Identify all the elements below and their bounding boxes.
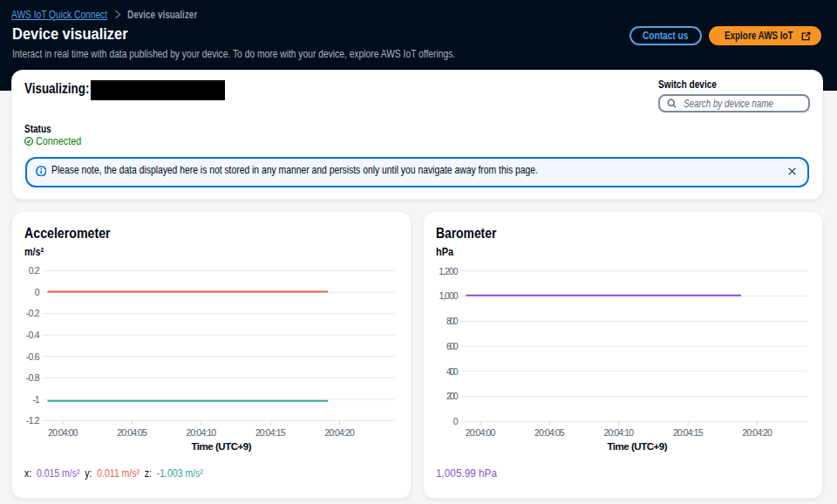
svg-text:Time (UTC+9): Time (UTC+9) — [192, 441, 252, 452]
svg-text:20:04:05: 20:04:05 — [534, 427, 565, 438]
svg-text:20:04:00: 20:04:00 — [466, 427, 496, 438]
svg-text:600: 600 — [446, 341, 459, 351]
svg-text:20:04:10: 20:04:10 — [604, 427, 635, 438]
svg-text:20:04:20: 20:04:20 — [324, 427, 355, 438]
svg-text:Time (UTC+9): Time (UTC+9) — [608, 441, 668, 452]
svg-text:400: 400 — [446, 366, 459, 377]
svg-text:20:04:15: 20:04:15 — [255, 427, 286, 438]
svg-text:20:04:00: 20:04:00 — [48, 427, 78, 438]
svg-text:0: 0 — [35, 287, 40, 297]
svg-text:-0.8: -0.8 — [26, 372, 40, 383]
svg-text:1,000: 1,000 — [439, 290, 459, 301]
svg-text:20:04:20: 20:04:20 — [742, 427, 772, 438]
svg-text:0.2: 0.2 — [29, 265, 40, 276]
svg-text:-0.4: -0.4 — [26, 330, 40, 340]
svg-text:800: 800 — [446, 316, 459, 326]
svg-text:1,200: 1,200 — [439, 266, 458, 276]
svg-text:-1: -1 — [33, 394, 40, 405]
svg-text:20:04:05: 20:04:05 — [117, 427, 147, 438]
svg-text:-0.2: -0.2 — [26, 308, 40, 318]
svg-text:-0.6: -0.6 — [26, 351, 40, 362]
svg-text:-1.2: -1.2 — [26, 415, 40, 426]
svg-text:0: 0 — [453, 416, 459, 426]
svg-text:20:04:15: 20:04:15 — [673, 427, 704, 438]
svg-text:20:04:10: 20:04:10 — [187, 427, 217, 438]
svg-text:200: 200 — [446, 391, 459, 401]
